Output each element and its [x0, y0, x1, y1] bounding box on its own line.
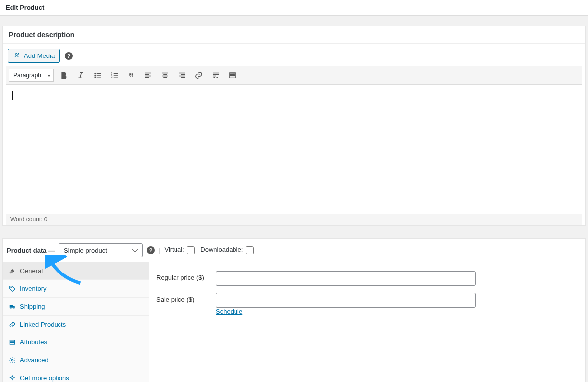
align-right-button[interactable] — [176, 69, 188, 82]
description-panel: Product description Add Media ? Paragrap… — [2, 26, 586, 226]
page-title: Edit Product — [6, 4, 582, 11]
media-icon — [13, 51, 21, 60]
align-center-button[interactable] — [159, 69, 172, 82]
tab-label: Linked Products — [20, 321, 66, 328]
format-label: Paragraph — [13, 72, 41, 79]
svg-point-16 — [11, 287, 11, 288]
tab-label: General — [20, 267, 43, 274]
product-type-value: Simple product — [64, 247, 107, 254]
tab-shipping[interactable]: Shipping — [3, 298, 149, 316]
gear-icon — [9, 357, 16, 364]
tab-label: Get more options — [20, 374, 69, 382]
tab-more-options[interactable]: Get more options — [3, 369, 149, 382]
svg-rect-13 — [230, 75, 231, 76]
svg-rect-14 — [231, 75, 232, 76]
format-select[interactable]: Paragraph — [9, 69, 54, 82]
tab-general[interactable]: General — [3, 262, 149, 280]
svg-point-1 — [95, 73, 96, 74]
link-icon — [9, 321, 16, 328]
ul-button[interactable] — [91, 69, 104, 82]
svg-rect-11 — [234, 74, 235, 75]
separator: | — [159, 247, 160, 254]
sparkle-icon — [9, 375, 16, 382]
virtual-checkbox[interactable] — [187, 246, 195, 254]
svg-point-3 — [95, 77, 96, 78]
header-gap — [0, 16, 588, 26]
svg-rect-12 — [235, 74, 235, 75]
regular-price-label: Regular price ($) — [156, 271, 216, 281]
virtual-toggle: Virtual: — [164, 245, 196, 256]
downloadable-toggle: Downloadable: — [200, 245, 255, 256]
align-left-button[interactable] — [142, 69, 155, 82]
help-icon[interactable]: ? — [65, 52, 73, 60]
tab-linked[interactable]: Linked Products — [3, 316, 149, 333]
sale-price-row: Sale price ($) Schedule — [156, 293, 578, 315]
tab-advanced[interactable]: Advanced — [3, 351, 149, 369]
svg-rect-10 — [232, 74, 233, 75]
tab-label: Inventory — [20, 285, 46, 292]
page-header: Edit Product — [0, 0, 588, 16]
tag-icon — [9, 285, 16, 292]
link-button[interactable] — [192, 69, 205, 82]
media-row: Add Media ? — [3, 44, 585, 66]
svg-rect-9 — [231, 74, 232, 75]
svg-point-17 — [10, 307, 11, 308]
product-data-content: Regular price ($) Sale price ($) Schedul… — [149, 262, 585, 382]
toolbar-toggle-button[interactable] — [226, 69, 239, 82]
svg-point-18 — [13, 307, 14, 308]
svg-point-20 — [11, 359, 13, 361]
list-icon — [9, 339, 16, 346]
svg-text:3: 3 — [111, 75, 113, 78]
regular-price-input[interactable] — [216, 271, 476, 286]
ol-button[interactable]: 123 — [108, 69, 121, 82]
editor-body[interactable] — [6, 85, 582, 214]
product-data-tabs: General Inventory Shipping Linked Produc… — [3, 262, 149, 382]
svg-rect-15 — [232, 75, 235, 76]
sale-price-input[interactable] — [216, 293, 476, 308]
more-button[interactable] — [209, 69, 222, 82]
svg-point-2 — [95, 75, 96, 76]
product-type-select[interactable]: Simple product — [59, 243, 143, 257]
tab-label: Attributes — [20, 338, 47, 346]
downloadable-label: Downloadable: — [200, 246, 243, 253]
product-data-header: Product data — Simple product ? | Virtua… — [3, 239, 585, 262]
product-data-panel: Product data — Simple product ? | Virtua… — [2, 238, 586, 382]
schedule-link[interactable]: Schedule — [216, 308, 242, 315]
italic-button[interactable] — [74, 69, 87, 82]
svg-rect-8 — [230, 74, 231, 75]
tab-attributes[interactable]: Attributes — [3, 333, 149, 351]
bold-button[interactable] — [58, 69, 70, 82]
cursor — [12, 91, 13, 100]
description-heading: Product description — [3, 26, 585, 44]
downloadable-checkbox[interactable] — [246, 246, 254, 254]
virtual-label: Virtual: — [164, 246, 184, 253]
tab-label: Advanced — [20, 356, 49, 364]
sale-price-label: Sale price ($) — [156, 293, 216, 303]
tab-label: Shipping — [20, 303, 45, 310]
quote-button[interactable] — [125, 69, 138, 82]
add-media-button[interactable]: Add Media — [8, 49, 60, 63]
wrench-icon — [9, 268, 16, 274]
product-data-body: General Inventory Shipping Linked Produc… — [3, 262, 585, 382]
editor-toolbar: Paragraph 123 — [6, 66, 582, 85]
svg-point-0 — [15, 54, 17, 55]
add-media-label: Add Media — [24, 52, 55, 59]
help-icon[interactable]: ? — [147, 246, 155, 254]
product-data-label: Product data — — [7, 247, 55, 254]
truck-icon — [9, 303, 16, 310]
word-count: Word count: 0 — [6, 214, 582, 225]
tab-inventory[interactable]: Inventory — [3, 280, 149, 298]
regular-price-row: Regular price ($) — [156, 271, 578, 286]
